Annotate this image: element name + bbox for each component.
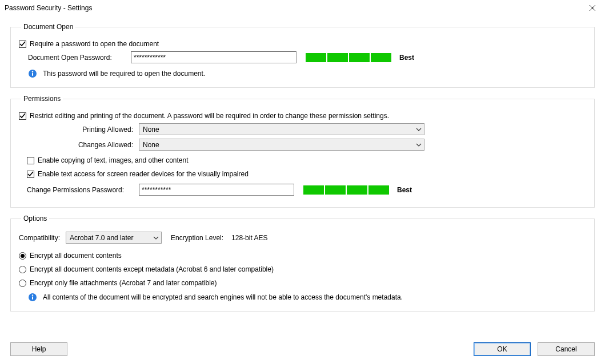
titlebar: Password Security - Settings	[0, 0, 605, 16]
close-icon	[590, 5, 595, 11]
options-info-text: All contents of the document will be enc…	[43, 293, 403, 301]
encrypt-attachments-label: Encrypt only file attachments (Acrobat 7…	[30, 279, 217, 287]
cancel-button[interactable]: Cancel	[538, 342, 595, 356]
check-icon	[27, 171, 34, 177]
encrypt-attachments-radio[interactable]	[19, 280, 26, 287]
enable-copying-label: Enable copying of text, images, and othe…	[38, 156, 189, 164]
open-password-strength-label: Best	[399, 54, 414, 62]
svg-rect-7	[32, 297, 33, 300]
permissions-group: Permissions Restrict editing and printin…	[10, 95, 595, 208]
compatibility-select[interactable]: Acrobat 7.0 and later	[66, 232, 162, 244]
encrypt-except-metadata-label: Encrypt all document contents except met…	[30, 265, 274, 273]
open-password-info-text: This password will be required to open t…	[43, 70, 205, 78]
open-password-label: Document Open Password:	[28, 54, 131, 62]
encryption-level-label: Encryption Level:	[171, 234, 223, 242]
printing-allowed-label: Printing Allowed:	[25, 126, 139, 134]
change-permissions-password-input[interactable]	[139, 184, 294, 196]
document-open-legend: Document Open	[21, 23, 75, 31]
permissions-password-strength-label: Best	[397, 186, 412, 194]
svg-point-6	[32, 294, 33, 296]
check-icon	[19, 113, 26, 119]
chevron-down-icon	[153, 235, 159, 241]
restrict-editing-checkbox[interactable]	[19, 112, 26, 120]
info-icon	[28, 69, 37, 78]
window-title: Password Security - Settings	[5, 4, 92, 12]
svg-point-3	[32, 71, 33, 72]
info-icon	[28, 293, 37, 302]
permissions-password-strength-meter	[303, 185, 389, 195]
options-legend: Options	[21, 215, 49, 223]
close-button[interactable]	[580, 0, 605, 16]
restrict-editing-label: Restrict editing and printing of the doc…	[30, 112, 389, 120]
enable-copying-checkbox[interactable]	[27, 157, 34, 164]
compatibility-label: Compatibility:	[19, 234, 60, 242]
ok-button[interactable]: OK	[474, 342, 531, 356]
changes-allowed-select[interactable]: None	[139, 139, 424, 151]
options-group: Options Compatibility: Acrobat 7.0 and l…	[10, 215, 595, 312]
change-permissions-password-label: Change Permissions Password:	[27, 186, 139, 194]
encrypt-except-metadata-radio[interactable]	[19, 266, 26, 273]
changes-allowed-value: None	[143, 141, 159, 149]
permissions-legend: Permissions	[21, 95, 63, 103]
encrypt-all-radio[interactable]	[19, 252, 26, 260]
compatibility-value: Acrobat 7.0 and later	[70, 234, 133, 242]
open-password-input[interactable]	[131, 51, 297, 63]
encryption-level-value: 128-bit AES	[231, 234, 267, 242]
require-password-checkbox[interactable]	[19, 41, 26, 48]
encrypt-all-label: Encrypt all document contents	[30, 252, 122, 260]
printing-allowed-value: None	[143, 126, 159, 134]
dialog-footer: Help OK Cancel	[0, 337, 605, 364]
printing-allowed-select[interactable]: None	[139, 123, 424, 135]
svg-rect-4	[32, 73, 33, 76]
require-password-label: Require a password to open the document	[30, 40, 159, 48]
enable-screenreader-label: Enable text access for screen reader dev…	[38, 170, 249, 178]
chevron-down-icon	[416, 127, 422, 132]
enable-screenreader-checkbox[interactable]	[27, 171, 34, 178]
check-icon	[19, 41, 26, 47]
document-open-group: Document Open Require a password to open…	[10, 23, 595, 88]
chevron-down-icon	[416, 142, 422, 148]
changes-allowed-label: Changes Allowed:	[25, 141, 139, 149]
help-button[interactable]: Help	[10, 342, 67, 356]
open-password-strength-meter	[306, 53, 391, 62]
